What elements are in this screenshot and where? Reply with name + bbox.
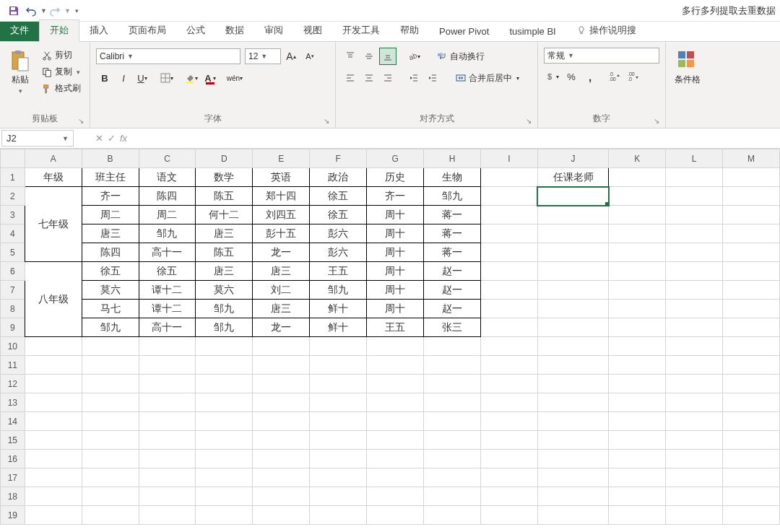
cell[interactable] — [537, 187, 609, 206]
cell[interactable] — [196, 393, 253, 412]
cell[interactable] — [481, 450, 538, 468]
cell[interactable] — [196, 412, 253, 431]
cell[interactable] — [723, 243, 780, 262]
row-header[interactable]: 5 — [1, 243, 25, 262]
cell[interactable] — [82, 450, 139, 468]
italic-button[interactable]: I — [115, 69, 132, 87]
tell-me[interactable]: 操作说明搜 — [566, 20, 646, 41]
cell[interactable] — [139, 431, 196, 450]
cell[interactable] — [723, 450, 780, 468]
cell[interactable]: 周十 — [367, 206, 424, 224]
cell[interactable] — [537, 412, 609, 431]
alignment-launcher-icon[interactable]: ↘ — [526, 117, 532, 125]
cell[interactable] — [481, 187, 538, 206]
cell[interactable]: 周十 — [367, 243, 424, 262]
tab-developer[interactable]: 开发工具 — [332, 20, 390, 41]
cell[interactable] — [25, 450, 82, 468]
row-header[interactable]: 3 — [1, 206, 25, 224]
cell[interactable] — [139, 412, 196, 431]
tab-data[interactable]: 数据 — [215, 20, 254, 41]
cell[interactable] — [537, 431, 609, 450]
cell[interactable] — [424, 450, 481, 468]
column-header[interactable]: I — [481, 149, 538, 168]
cell[interactable] — [424, 468, 481, 487]
cell[interactable]: 徐五 — [139, 262, 196, 281]
cell[interactable] — [196, 506, 253, 525]
copy-button[interactable]: 复制▾ — [39, 64, 84, 79]
number-launcher-icon[interactable]: ↘ — [654, 117, 659, 125]
cell[interactable] — [253, 468, 310, 487]
cell[interactable]: 邹九 — [82, 318, 139, 337]
cell[interactable] — [481, 431, 538, 450]
cell[interactable] — [367, 337, 424, 356]
cell[interactable] — [609, 168, 666, 187]
cell[interactable] — [139, 487, 196, 506]
row-header[interactable]: 11 — [1, 356, 25, 375]
cell[interactable] — [481, 356, 538, 375]
cell[interactable]: 唐三 — [82, 224, 139, 243]
decrease-font-icon[interactable]: A▾ — [301, 48, 318, 65]
cell[interactable] — [666, 318, 723, 337]
cell[interactable] — [609, 356, 666, 375]
tab-tusimple[interactable]: tusimple BI — [499, 22, 566, 41]
cell[interactable] — [666, 243, 723, 262]
cell[interactable] — [139, 393, 196, 412]
row-header[interactable]: 19 — [1, 506, 25, 525]
row-header[interactable]: 6 — [1, 262, 25, 281]
cell[interactable] — [537, 356, 609, 375]
number-format-combo[interactable]: 常规▼ — [544, 48, 659, 64]
cell[interactable] — [609, 206, 666, 224]
format-painter-button[interactable]: 格式刷 — [39, 81, 84, 96]
cell[interactable]: 张三 — [424, 318, 481, 337]
cell[interactable] — [310, 337, 367, 356]
cell[interactable] — [82, 375, 139, 393]
cell[interactable] — [253, 393, 310, 412]
cell[interactable] — [481, 224, 538, 243]
tab-file[interactable]: 文件 — [0, 20, 39, 41]
cell[interactable] — [25, 393, 82, 412]
cell[interactable] — [609, 187, 666, 206]
cell[interactable] — [310, 412, 367, 431]
cell[interactable]: 唐三 — [196, 224, 253, 243]
cell[interactable] — [609, 318, 666, 337]
cell[interactable] — [25, 506, 82, 525]
cell[interactable] — [481, 506, 538, 525]
redo-dropdown-icon[interactable]: ▼ — [64, 7, 71, 14]
cell[interactable] — [253, 487, 310, 506]
cell[interactable]: 莫六 — [82, 281, 139, 300]
cell[interactable] — [666, 393, 723, 412]
align-middle-icon[interactable] — [360, 48, 378, 65]
cell[interactable]: 谭十二 — [139, 281, 196, 300]
phonetic-button[interactable]: wén▾ — [226, 69, 243, 87]
cell[interactable] — [537, 300, 609, 318]
accounting-format-icon[interactable]: $▾ — [544, 68, 561, 85]
conditional-format-button[interactable]: 条件格 — [672, 48, 703, 87]
cell[interactable] — [666, 356, 723, 375]
cell[interactable] — [25, 431, 82, 450]
cell[interactable] — [196, 337, 253, 356]
cell[interactable] — [82, 337, 139, 356]
cell[interactable] — [139, 356, 196, 375]
cell[interactable]: 蒋一 — [424, 206, 481, 224]
cell[interactable] — [723, 468, 780, 487]
cell[interactable]: 数学 — [196, 168, 253, 187]
row-header[interactable]: 4 — [1, 224, 25, 243]
cell[interactable] — [666, 262, 723, 281]
cell[interactable] — [367, 375, 424, 393]
cell[interactable] — [666, 187, 723, 206]
cell[interactable]: 何十二 — [196, 206, 253, 224]
column-header[interactable]: C — [139, 149, 196, 168]
cell[interactable] — [25, 337, 82, 356]
cell[interactable] — [424, 431, 481, 450]
cell[interactable] — [481, 206, 538, 224]
cell[interactable] — [666, 412, 723, 431]
column-header[interactable]: K — [609, 149, 666, 168]
cell[interactable]: 刘二 — [253, 281, 310, 300]
cell[interactable] — [723, 318, 780, 337]
comma-format-icon[interactable]: , — [581, 68, 599, 85]
cell[interactable] — [253, 375, 310, 393]
cell[interactable]: 刘四五 — [253, 206, 310, 224]
cell[interactable]: 邹九 — [139, 224, 196, 243]
row-header[interactable]: 15 — [1, 431, 25, 450]
cell[interactable]: 彭十五 — [253, 224, 310, 243]
